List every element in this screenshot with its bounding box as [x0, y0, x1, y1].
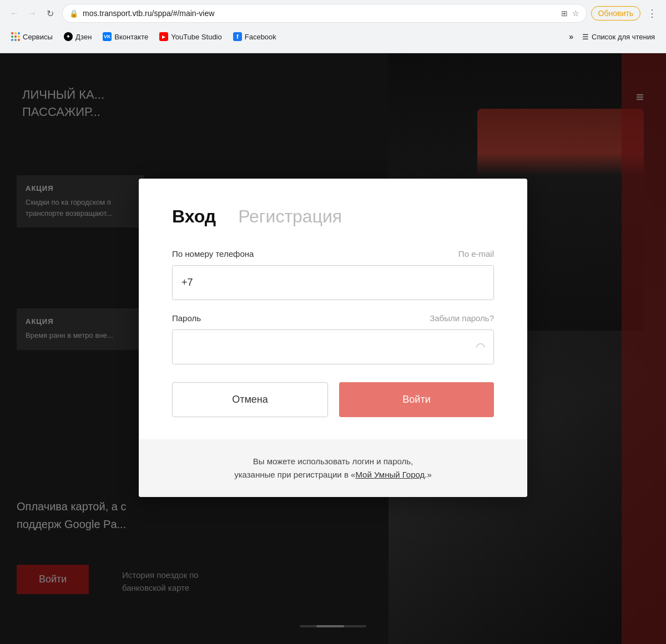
- login-modal: Вход Регистрация По номеру телефона По e…: [139, 179, 527, 497]
- password-row: Пароль Забыли пароль?: [172, 313, 494, 323]
- reading-list-label: Список для чтения: [592, 33, 655, 41]
- bookmark-youtube-label: YouTube Studio: [171, 33, 222, 41]
- modal-body: Вход Регистрация По номеру телефона По e…: [139, 179, 527, 439]
- action-buttons: Отмена Войти: [172, 382, 494, 417]
- login-options: По номеру телефона По e-mail: [172, 249, 494, 258]
- footer-text-line2: указанные при регистрации в «: [234, 470, 355, 479]
- footer-text-line1: Вы можете использовать логин и пароль,: [253, 457, 413, 466]
- back-button[interactable]: ←: [7, 6, 22, 21]
- bookmark-facebook[interactable]: f Facebook: [229, 30, 281, 43]
- bookmark-services[interactable]: Сервисы: [7, 30, 57, 43]
- footer-text-line3: .»: [425, 470, 432, 479]
- toggle-password-icon[interactable]: ◠: [476, 340, 485, 353]
- bookmark-more: » ☰ Список для чтения: [569, 31, 659, 43]
- vk-icon: VK: [103, 32, 112, 41]
- reading-list-button[interactable]: ☰ Список для чтения: [578, 31, 659, 43]
- forward-button[interactable]: →: [24, 6, 40, 21]
- bookmark-services-label: Сервисы: [23, 33, 53, 41]
- bookmarks-bar: Сервисы ✦ Дзен VK Вконтакте ▶ YouTube St…: [0, 27, 666, 47]
- dzen-icon: ✦: [64, 32, 73, 41]
- facebook-icon: f: [233, 32, 242, 41]
- bookmark-youtube-studio[interactable]: ▶ YouTube Studio: [155, 30, 226, 43]
- smart-city-link[interactable]: Мой Умный Город: [355, 470, 425, 479]
- reload-button[interactable]: ↻: [42, 6, 58, 21]
- browser-chrome: ← → ↻ 🔒 mos.transport.vtb.ru/sppa/#/main…: [0, 0, 666, 53]
- bookmark-vk[interactable]: VK Вконтакте: [98, 30, 153, 43]
- translate-icon[interactable]: ⊞: [561, 9, 568, 18]
- password-label: Пароль: [172, 313, 201, 323]
- email-option-link[interactable]: По e-mail: [458, 249, 494, 258]
- bookmark-dzen-label: Дзен: [75, 33, 92, 41]
- nav-buttons: ← → ↻: [7, 6, 58, 21]
- youtube-icon: ▶: [159, 32, 168, 41]
- phone-input[interactable]: [172, 265, 494, 300]
- bookmark-dzen[interactable]: ✦ Дзен: [59, 30, 96, 43]
- bookmark-vk-label: Вконтакте: [114, 33, 148, 41]
- address-bar[interactable]: 🔒 mos.transport.vtb.ru/sppa/#/main-view …: [62, 4, 587, 23]
- forgot-password-link[interactable]: Забыли пароль?: [430, 313, 494, 323]
- lock-icon: 🔒: [69, 9, 78, 18]
- browser-toolbar: ← → ↻ 🔒 mos.transport.vtb.ru/sppa/#/main…: [0, 0, 666, 27]
- tab-register[interactable]: Регистрация: [238, 206, 342, 227]
- password-wrapper: ◠: [172, 329, 494, 364]
- cancel-button[interactable]: Отмена: [172, 382, 328, 417]
- modal-tabs: Вход Регистрация: [172, 206, 494, 227]
- star-icon[interactable]: ☆: [572, 9, 579, 18]
- main-content: ЛИЧНЫЙ КА... ПАССАЖИР... ≡ АКЦИЯ Скидки …: [0, 53, 666, 644]
- password-input[interactable]: [172, 329, 494, 364]
- url-text: mos.transport.vtb.ru/sppa/#/main-view: [83, 9, 557, 18]
- update-button[interactable]: Обновить: [591, 6, 640, 21]
- bookmark-facebook-label: Facebook: [245, 33, 276, 41]
- reading-list-icon: ☰: [582, 33, 589, 41]
- login-submit-button[interactable]: Войти: [339, 382, 494, 417]
- tab-login[interactable]: Вход: [172, 206, 216, 227]
- phone-option-label[interactable]: По номеру телефона: [172, 249, 254, 258]
- modal-overlay: Вход Регистрация По номеру телефона По e…: [0, 53, 666, 644]
- modal-footer: Вы можете использовать логин и пароль, у…: [139, 439, 527, 497]
- bookmark-more-symbol[interactable]: »: [569, 32, 573, 41]
- services-icon: [11, 32, 20, 41]
- footer-text: Вы можете использовать логин и пароль, у…: [172, 455, 494, 481]
- browser-menu-button[interactable]: ⋮: [645, 5, 659, 22]
